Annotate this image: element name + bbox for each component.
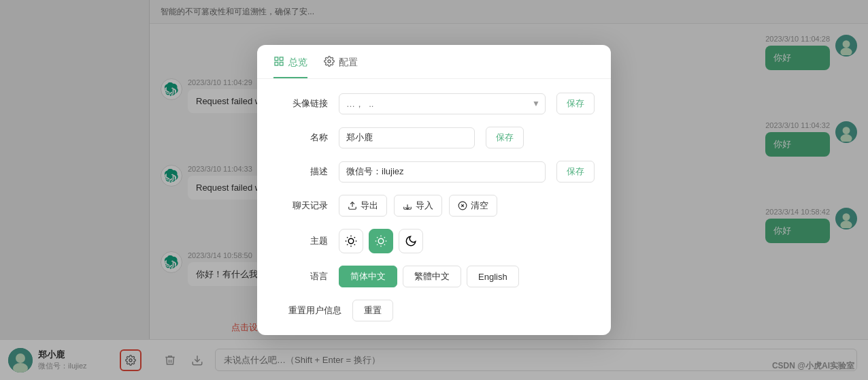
svg-line-36 [377,237,378,238]
lang-simplified-chinese-button[interactable]: 简体中文 [339,266,397,287]
import-button[interactable]: 导入 [394,195,442,217]
lang-en-label: English [478,272,507,282]
theme-label: 主题 [273,235,328,247]
theme-light-button[interactable] [339,229,363,253]
svg-point-18 [328,60,331,63]
svg-line-31 [347,244,348,245]
modal-tabs: 总览 配置 [257,45,611,79]
svg-rect-14 [275,57,278,61]
avatar-save-button[interactable]: 保存 [556,93,595,114]
name-input[interactable] [339,127,475,148]
tab-general[interactable]: 总览 [273,56,307,78]
config-tab-icon [324,56,335,69]
language-row: 语言 简体中文 繁體中文 English [273,266,595,287]
tab-general-label: 总览 [288,57,307,69]
svg-line-40 [377,244,378,245]
theme-sun-button[interactable] [369,229,393,253]
lang-tc-label: 繁體中文 [414,271,450,281]
svg-line-41 [384,237,385,238]
desc-save-button[interactable]: 保存 [556,161,595,183]
name-row: 名称 保存 [273,127,595,148]
chat-label: 聊天记录 [273,200,328,212]
avatar-input-wrapper: ▼ [339,93,546,114]
svg-line-37 [384,244,385,245]
svg-line-28 [354,244,355,245]
avatar-row: 头像链接 ▼ 保存 [273,93,595,114]
svg-point-33 [378,238,384,244]
reset-button[interactable]: 重置 [352,300,393,321]
modal-overlay: 总览 配置 头像链接 ▼ 保存 [0,0,868,380]
modal-body: 头像链接 ▼ 保存 名称 保存 描述 保存 聊天记录 [257,79,611,335]
avatar-input[interactable] [339,93,546,114]
name-label: 名称 [273,131,328,144]
language-buttons: 简体中文 繁體中文 English [339,266,519,287]
general-tab-icon [273,56,284,69]
export-icon [348,201,357,210]
svg-line-27 [347,237,348,238]
svg-rect-17 [280,62,283,65]
name-save-button[interactable]: 保存 [486,127,524,148]
lang-english-button[interactable]: English [467,266,519,287]
auto-theme-icon [405,235,417,247]
lang-traditional-chinese-button[interactable]: 繁體中文 [403,266,461,287]
svg-rect-16 [275,62,278,65]
import-label: 导入 [416,200,433,212]
chat-record-buttons: 导出 导入 [339,195,497,217]
avatar-label: 头像链接 [273,97,328,110]
light-theme-icon [345,235,357,247]
svg-point-24 [348,238,354,244]
reset-label: 重置用户信息 [273,304,341,317]
sun-theme-icon [375,235,387,247]
export-label: 导出 [361,200,378,212]
svg-line-32 [354,237,355,238]
clear-icon [458,201,467,210]
clear-button[interactable]: 清空 [449,195,497,217]
import-icon [403,201,412,210]
tab-config-label: 配置 [339,57,358,69]
theme-row: 主题 [273,229,595,253]
desc-label: 描述 [273,165,328,178]
settings-modal: 总览 配置 头像链接 ▼ 保存 [257,45,611,335]
lang-label: 语言 [273,270,328,283]
desc-row: 描述 保存 [273,161,595,183]
clear-label: 清空 [471,200,488,212]
chat-record-row: 聊天记录 导出 [273,195,595,217]
theme-auto-button[interactable] [399,229,423,253]
svg-rect-15 [280,57,283,61]
theme-buttons [339,229,423,253]
reset-row: 重置用户信息 重置 [273,300,595,321]
tab-config[interactable]: 配置 [324,56,358,78]
lang-sc-label: 简体中文 [350,271,386,281]
desc-input[interactable] [339,161,546,183]
export-button[interactable]: 导出 [339,195,387,217]
